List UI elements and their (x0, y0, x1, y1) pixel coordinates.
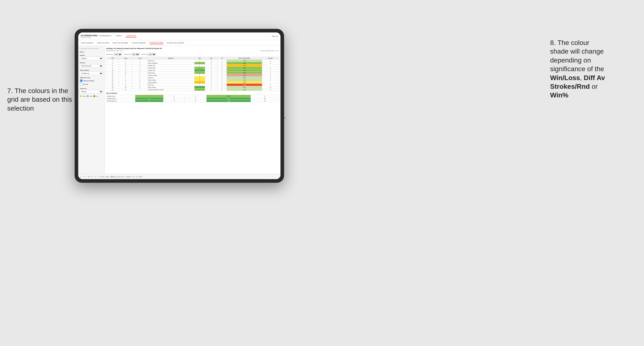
table-row: 10 6 3 Andrea York 2 0 0 4.00 4 (106, 69, 279, 72)
col-diff: Diff Av Strokes/Rnd (227, 57, 262, 60)
nav-teams[interactable]: TEAMS (115, 35, 122, 37)
col-rounds: Rounds (262, 57, 279, 60)
eye-icon: 👁 (100, 176, 101, 177)
radio-top100[interactable]: Top 100 (80, 83, 103, 86)
share-btn[interactable]: Share (139, 176, 142, 177)
subnav-team-h2h-heatmap[interactable]: TEAM H2H HEATMAP (112, 42, 128, 44)
clock-btn[interactable]: ⏱ (95, 176, 96, 177)
subnav-player-summary[interactable]: PLAYER SUMMARY (132, 42, 146, 44)
main-content: Last Updated: 27/03/2024 16:55:38 Player… (78, 46, 280, 174)
player-rank-select[interactable]: 8. Katelyn Vo (80, 72, 103, 75)
table-row: 3 1 1 Esther Lee 1 0 1 1.50 4 (106, 60, 279, 62)
sidebar-gender-section: Gender Women's (80, 55, 103, 60)
player-rank-label: Player (Rank) (80, 69, 103, 71)
left-annotation: 7. The colours in the grid are based on … (7, 87, 75, 113)
opponent-view-radios: Opponents Played Top 100 (80, 79, 103, 86)
table-row: 18 2 2 Euna Lee 0 1 0 -5.00 2 (106, 84, 279, 86)
table-row: 5 2 2 Alexis Sudjianto 1 0 0 4.00 3 (106, 62, 279, 64)
nav-committee[interactable]: COMMITTEE (126, 35, 136, 37)
toolbar: ↩ ↪ ↩ ⧉ ⊕ ⏱ 👁 View: Original 💾 Save Cust… (78, 174, 280, 179)
watch-btn[interactable]: ● Watch ▾ (126, 176, 132, 177)
sidebar-opponent-view-section: Opponent view Opponents Played Top 100 (80, 77, 103, 86)
subnav-team-summary[interactable]: TEAM SUMMARY (81, 42, 94, 44)
table-row: 9 1 4 Sharon Mun 1 0 0 3.67 3 (106, 67, 279, 69)
legend-row: Down Level Up (80, 95, 103, 97)
overall-record: Overall Record: 353 - 34 - 6 (106, 50, 124, 51)
watch-chevron: ▾ (131, 176, 132, 177)
legend-up-label: Up (96, 95, 98, 97)
opponent-view-label: Opponent view (80, 77, 103, 78)
colour-by-label: Colour by (80, 88, 103, 89)
subnav-player-h2h-grid[interactable]: PLAYER H2H GRID (150, 42, 164, 44)
tablet-frame: SCOREBOARD Powered by clippd TOURNAMENTS… (75, 29, 284, 183)
ood-table-row: NCAA Division 2 5 0 0 7.400 10 (106, 100, 279, 102)
grid-title: Katelyn Vo Head-to-Head Grid for Women's… (106, 47, 279, 49)
grid-record: Overall Record: 353 - 34 - 6 Division Re… (106, 50, 279, 51)
gender-label: Gender (80, 55, 103, 56)
filter-opponent: Opponent (All) (141, 53, 156, 56)
opponents-filter-select[interactable]: (All) (114, 53, 122, 56)
colour-by-select[interactable]: Win/loss (80, 90, 103, 93)
out-of-division-table: Foreign Team 1 0 0 4.500 2 NAIA Division… (106, 95, 279, 102)
gender-select[interactable]: Women's (80, 57, 103, 60)
filters-row: Opponents: (All) Conference (All) Oppone… (106, 53, 279, 56)
redo2-btn[interactable]: ↩ (86, 176, 87, 177)
subnav-player-h2h-heatmap[interactable]: PLAYER H2H HEATMAP (167, 42, 184, 44)
col-loss: Loss (205, 57, 218, 60)
sidebar-player-rank-section: Player (Rank) 8. Katelyn Vo (80, 69, 103, 75)
legend-up-dot (94, 95, 95, 97)
sign-out-link[interactable]: Sign out (272, 35, 278, 37)
out-of-division-header: Out of division (106, 92, 279, 94)
filter-conference: Conference (All) (124, 53, 140, 56)
main-data-table: # Div # Reg # Conf Opponent Win Loss Tie… (106, 57, 279, 91)
view-original-btn[interactable]: 👁 View: Original (100, 176, 110, 177)
table-row: 20 11 7 Federica Domecq Lacroze 2 1 0 1.… (106, 88, 279, 91)
opponent-filter-select[interactable]: (All) (147, 53, 156, 56)
save-custom-btn[interactable]: 💾 Save Custom View (111, 176, 124, 177)
sidebar-colour-section: Colour by Win/loss (80, 88, 103, 93)
legend-level-label: Level (90, 95, 92, 97)
nav-tournaments[interactable]: TOURNAMENTS (98, 35, 112, 37)
division-select[interactable]: NCAA Division III (80, 64, 103, 68)
right-annotation-bold1: Win/Loss (550, 74, 580, 82)
logo: SCOREBOARD Powered by clippd (81, 34, 98, 38)
paste-btn[interactable]: ⊕ (90, 176, 92, 177)
undo-btn[interactable]: ↩ (80, 176, 81, 177)
watch-icon: ● (126, 176, 126, 177)
copy-btn[interactable]: ⧉ (88, 176, 89, 177)
grid-area: Katelyn Vo Head-to-Head Grid for Women's… (105, 46, 280, 174)
conference-filter-select[interactable]: (All) (131, 53, 140, 56)
table-row: 11 11 3 Heejo Hyun 1 0 0 3.33 3 (106, 72, 279, 74)
legend-down-dot (80, 95, 82, 97)
col-div: # Div (106, 57, 119, 60)
layout-btn[interactable]: ⊞ (133, 176, 134, 177)
col-opponent: Opponent (147, 57, 194, 60)
legend-level-dot (87, 95, 88, 97)
player-label: Player (80, 51, 103, 53)
sidebar: Last Updated: 27/03/2024 16:55:38 Player… (78, 46, 105, 174)
table-row: 13 1 1 Jessica Huang 0 1 0 -3.00 2 (106, 74, 279, 76)
division-record: Division Record: 331 - 34 - 6 (261, 50, 279, 51)
col-tie: Tie (218, 57, 227, 60)
table-row: 14 7 4 Eunice Yi 2 2 0 0.38 9 (106, 76, 279, 79)
ood-table-row: NAIA Division 1 15 0 0 9.267 30 (106, 97, 279, 100)
tablet-screen: SCOREBOARD Powered by clippd TOURNAMENTS… (78, 32, 280, 179)
radio-opponents-played[interactable]: Opponents Played (80, 79, 103, 82)
right-annotation: 8. The colourshade will changedepending … (550, 38, 632, 100)
right-annotation-bold3: Win% (550, 91, 568, 99)
toolbar-sep1 (93, 175, 94, 178)
top-nav: SCOREBOARD Powered by clippd TOURNAMENTS… (78, 32, 280, 40)
ood-table-row: Foreign Team 1 0 0 4.500 2 (106, 95, 279, 97)
subnav-team-h2h-grid[interactable]: TEAM H2H GRID (97, 42, 109, 44)
table-row: 6 3 3 Sydney Kuo 0 1 0 -1.00 (106, 64, 279, 67)
col-reg: # Reg (119, 57, 132, 60)
table-row: 15 8 5 Stella Cheng 1 1 0 1.25 4 (106, 79, 279, 81)
legend-down-label: Down (82, 95, 86, 97)
save-icon: 💾 (111, 176, 113, 177)
grid-icon-btn[interactable]: ⊟ (136, 176, 137, 177)
nav-items: TOURNAMENTS TEAMS COMMITTEE (98, 35, 272, 37)
timestamp: Last Updated: 27/03/2024 16:55:38 (80, 48, 103, 49)
redo-btn[interactable]: ↪ (83, 176, 84, 177)
col-conf: # Conf (132, 57, 147, 60)
table-row: 16 7 1 Jessica Mason 1 2 0 -0.94 (106, 81, 279, 84)
